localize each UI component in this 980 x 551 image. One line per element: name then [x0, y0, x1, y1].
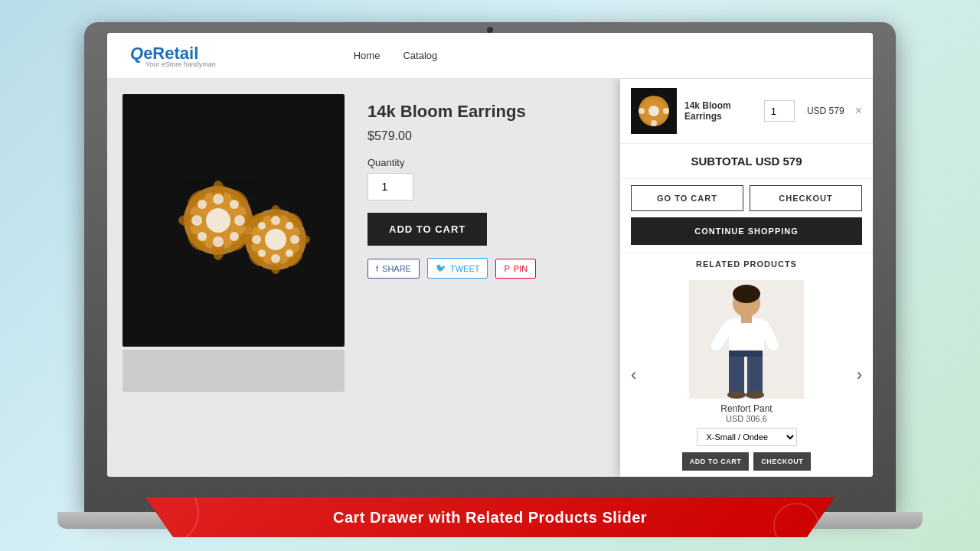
nav-links: Home Catalog [354, 50, 438, 61]
svg-point-30 [271, 216, 280, 225]
slider-next-button[interactable]: › [854, 365, 865, 385]
related-product-price: USD 306.6 [726, 414, 767, 423]
twitter-icon: 🐦 [436, 263, 446, 273]
svg-point-13 [191, 215, 202, 226]
go-to-cart-button[interactable]: GO TO CART [631, 185, 743, 211]
share-twitter-button[interactable]: 🐦 TWEET [427, 258, 488, 279]
variant-select[interactable]: X-Small / Ondee [697, 428, 797, 446]
svg-point-15 [198, 200, 207, 209]
related-product-item: Renfort Pant USD 306.6 X-Small / Ondee A… [639, 280, 853, 471]
svg-point-43 [639, 108, 645, 114]
related-product-svg [689, 280, 804, 399]
svg-point-55 [746, 391, 764, 399]
related-products-slider: ‹ [620, 273, 873, 477]
svg-point-11 [213, 194, 224, 204]
store-page: QeRetail Your eStore handyman Home Catal… [107, 33, 873, 477]
logo-eretail: eRetail [143, 44, 198, 63]
continue-shopping-button[interactable]: CONTINUE SHOPPING [631, 217, 862, 245]
svg-point-44 [663, 108, 669, 114]
nav-catalog[interactable]: Catalog [403, 50, 437, 61]
svg-point-34 [258, 222, 266, 230]
svg-rect-48 [729, 318, 764, 353]
logo-q: Q [130, 44, 143, 63]
svg-rect-53 [729, 350, 763, 357]
slider-prev-button[interactable]: ‹ [628, 365, 639, 385]
product-images [122, 94, 352, 461]
svg-rect-52 [747, 350, 763, 395]
svg-point-31 [271, 254, 280, 263]
related-products-title: RELATED PRODUCTS [620, 253, 873, 273]
svg-point-36 [258, 249, 266, 257]
svg-point-33 [290, 235, 299, 244]
facebook-icon: f [376, 264, 378, 273]
svg-point-54 [727, 391, 746, 399]
svg-point-14 [234, 215, 245, 226]
laptop-screen: QeRetail Your eStore handyman Home Catal… [107, 33, 873, 477]
cart-quantity-input[interactable] [764, 100, 795, 122]
bottom-banner-text: Cart Drawer with Related Products Slider [333, 509, 647, 527]
subtotal-row: SUBTOTAL USD 579 [620, 144, 873, 179]
svg-point-17 [198, 232, 207, 241]
svg-point-47 [733, 285, 760, 303]
cart-item-row: 14k Bloom Earrings USD 579 × [620, 79, 873, 144]
cart-item-image [631, 88, 677, 134]
svg-point-35 [286, 222, 293, 230]
product-thumbnail-strip [122, 350, 345, 392]
svg-point-32 [252, 235, 261, 244]
svg-point-37 [286, 249, 293, 257]
share-facebook-button[interactable]: f SHARE [368, 259, 420, 279]
pinterest-icon: P [504, 264, 509, 273]
svg-point-18 [230, 232, 239, 241]
quantity-input[interactable] [368, 173, 413, 201]
related-add-to-cart-button[interactable]: ADD TO CART [682, 452, 749, 471]
laptop-camera [487, 27, 493, 33]
cart-remove-button[interactable]: × [855, 104, 862, 118]
svg-point-12 [213, 236, 224, 247]
share-pinterest-button[interactable]: P PIN [495, 259, 536, 279]
svg-rect-56 [741, 315, 752, 323]
logo: QeRetail Your eStore handyman [130, 44, 216, 68]
banner-circle-2 [773, 503, 819, 549]
svg-point-29 [265, 229, 286, 250]
product-main-image [122, 94, 345, 347]
cart-item-name: 14k Bloom Earrings [684, 100, 756, 122]
svg-rect-51 [729, 350, 744, 395]
related-product-image [689, 280, 804, 399]
site-header: QeRetail Your eStore handyman Home Catal… [107, 33, 873, 79]
related-product-name: Renfort Pant [720, 403, 772, 414]
svg-point-10 [206, 208, 230, 233]
subtotal-text: SUBTOTAL USD 579 [691, 155, 802, 168]
main-content: 14k Bloom Earrings $579.00 Quantity ADD … [107, 79, 873, 477]
svg-point-40 [648, 106, 659, 116]
laptop-shell: QeRetail Your eStore handyman Home Catal… [84, 22, 896, 512]
cart-action-buttons: GO TO CART CHECKOUT [620, 179, 873, 217]
cart-item-earring-icon [635, 93, 672, 129]
svg-point-42 [651, 120, 657, 126]
checkout-top-button[interactable]: CHECKOUT [750, 185, 862, 211]
cart-drawer: 14k Bloom Earrings USD 579 × SUBTOTAL US… [620, 79, 873, 477]
add-to-cart-button[interactable]: ADD TO CART [368, 213, 487, 246]
bottom-banner: Cart Drawer with Related Products Slider [145, 497, 835, 537]
svg-point-16 [230, 200, 239, 209]
related-checkout-button[interactable]: CHECKOUT [753, 452, 811, 471]
earring-illustration [149, 136, 318, 305]
related-product-buttons: ADD TO CART CHECKOUT [682, 452, 811, 471]
cart-item-price: USD 579 [807, 106, 844, 116]
nav-home[interactable]: Home [354, 50, 381, 61]
